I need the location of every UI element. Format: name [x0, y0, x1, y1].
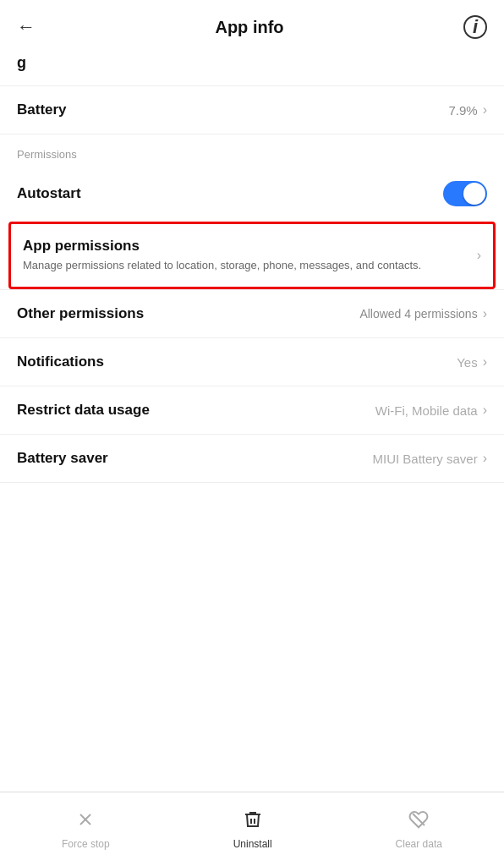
- app-header: ← App info i: [0, 0, 504, 54]
- force-stop-icon: [75, 809, 96, 835]
- notifications-chevron-icon: ›: [483, 354, 487, 370]
- restrict-data-chevron-icon: ›: [483, 403, 487, 418]
- notifications-label: Notifications: [17, 354, 104, 370]
- back-button[interactable]: ←: [17, 16, 36, 38]
- uninstall-icon: [243, 809, 263, 835]
- restrict-data-row[interactable]: Restrict data usage Wi-Fi, Mobile data ›: [0, 386, 504, 435]
- bottom-toolbar: Force stop Uninstall Clear data: [0, 792, 504, 866]
- battery-value-group: 7.9% ›: [448, 102, 487, 118]
- app-permissions-title: App permissions: [23, 238, 470, 255]
- restrict-data-label: Restrict data usage: [17, 402, 150, 419]
- clear-data-icon: [408, 809, 429, 835]
- force-stop-label: Force stop: [62, 838, 110, 850]
- autostart-toggle[interactable]: [443, 181, 487, 206]
- force-stop-button[interactable]: Force stop: [62, 809, 110, 850]
- clear-data-button[interactable]: Clear data: [396, 809, 442, 850]
- notifications-value-group: Yes ›: [457, 354, 487, 370]
- app-permissions-description: Manage permissions related to location, …: [23, 258, 470, 273]
- battery-chevron-icon: ›: [483, 102, 487, 118]
- partial-top-text: g: [17, 54, 26, 71]
- battery-value: 7.9%: [448, 103, 477, 118]
- other-permissions-value-group: Allowed 4 permissions ›: [359, 306, 487, 321]
- battery-saver-value-group: MIUI Battery saver ›: [372, 451, 487, 466]
- info-button[interactable]: i: [463, 15, 487, 39]
- battery-row[interactable]: Battery 7.9% ›: [0, 86, 504, 134]
- battery-label: Battery: [17, 101, 67, 118]
- uninstall-label: Uninstall: [233, 838, 272, 850]
- other-permissions-row[interactable]: Other permissions Allowed 4 permissions …: [0, 289, 504, 338]
- autostart-label: Autostart: [17, 185, 81, 202]
- other-permissions-value: Allowed 4 permissions: [359, 307, 477, 321]
- app-permissions-chevron-icon: ›: [477, 248, 481, 263]
- notifications-value: Yes: [457, 355, 477, 370]
- partial-top-item: g: [0, 54, 504, 86]
- uninstall-button[interactable]: Uninstall: [233, 809, 272, 850]
- notifications-row[interactable]: Notifications Yes ›: [0, 338, 504, 386]
- page-title: App info: [215, 18, 283, 37]
- app-permissions-text-group: App permissions Manage permissions relat…: [23, 238, 470, 273]
- other-permissions-label: Other permissions: [17, 305, 144, 322]
- battery-saver-chevron-icon: ›: [483, 451, 487, 466]
- clear-data-label: Clear data: [396, 838, 442, 850]
- battery-saver-row[interactable]: Battery saver MIUI Battery saver ›: [0, 435, 504, 483]
- app-permissions-row[interactable]: App permissions Manage permissions relat…: [8, 222, 496, 289]
- restrict-data-value-group: Wi-Fi, Mobile data ›: [375, 403, 487, 418]
- permissions-section-label: Permissions: [0, 134, 504, 166]
- battery-saver-value: MIUI Battery saver: [372, 452, 477, 466]
- info-icon: i: [473, 16, 478, 38]
- other-permissions-chevron-icon: ›: [483, 306, 487, 321]
- autostart-row[interactable]: Autostart: [0, 166, 504, 222]
- restrict-data-value: Wi-Fi, Mobile data: [375, 403, 478, 418]
- battery-saver-label: Battery saver: [17, 450, 108, 467]
- toggle-knob: [463, 183, 485, 205]
